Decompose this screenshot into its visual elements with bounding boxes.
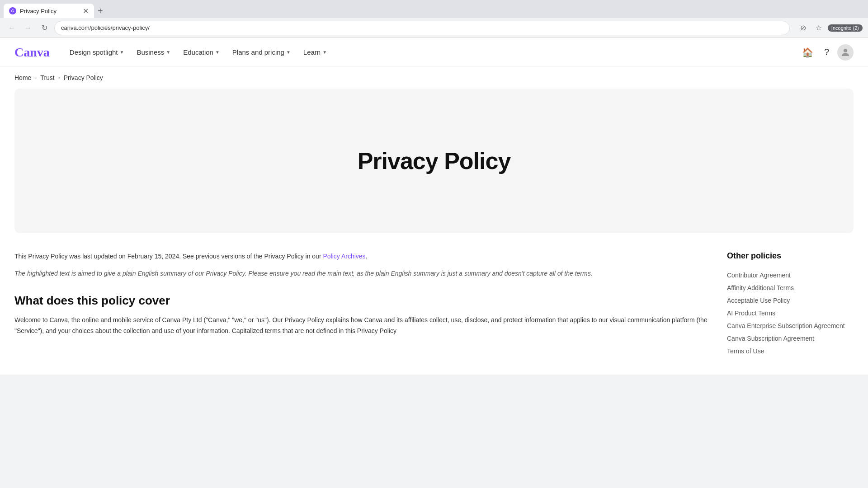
content-area: This Privacy Policy was last updated on … bbox=[0, 233, 868, 375]
reload-button[interactable]: ↻ bbox=[38, 22, 51, 34]
nav-item-learn[interactable]: Learn ▼ bbox=[298, 45, 332, 60]
body-paragraph: Welcome to Canva, the online and mobile … bbox=[14, 315, 709, 337]
notifications-icon[interactable]: 🏠 bbox=[799, 44, 816, 61]
user-avatar[interactable] bbox=[837, 44, 854, 61]
top-nav: Canva Design spotlight ▼ Business ▼ Educ… bbox=[0, 38, 868, 67]
other-policies-sidebar: Other policies Contributor Agreement Aff… bbox=[727, 251, 854, 357]
sidebar-link-contributor[interactable]: Contributor Agreement bbox=[727, 270, 854, 281]
sidebar-link-subscription[interactable]: Canva Subscription Agreement bbox=[727, 333, 854, 344]
address-bar[interactable]: canva.com/policies/privacy-policy/ bbox=[54, 21, 790, 35]
nav-item-plans-label: Plans and pricing bbox=[232, 48, 284, 56]
chevron-down-icon: ▼ bbox=[166, 50, 170, 55]
breadcrumb-current: Privacy Policy bbox=[64, 74, 103, 81]
website-content: Canva Design spotlight ▼ Business ▼ Educ… bbox=[0, 38, 868, 375]
policy-archives-link[interactable]: Policy Archives bbox=[323, 253, 365, 260]
back-button[interactable]: ← bbox=[5, 22, 18, 34]
plain-english-note: The highlighted text is aimed to give a … bbox=[14, 268, 709, 279]
nav-actions: 🏠 ? bbox=[799, 44, 854, 61]
main-content: This Privacy Policy was last updated on … bbox=[14, 251, 709, 357]
nav-item-plans[interactable]: Plans and pricing ▼ bbox=[227, 45, 296, 60]
sidebar-link-acceptable-use[interactable]: Acceptable Use Policy bbox=[727, 295, 854, 306]
browser-action-buttons: ⊘ ☆ Incognito (2) bbox=[797, 22, 863, 34]
svg-point-0 bbox=[844, 49, 847, 52]
sidebar-link-terms[interactable]: Terms of Use bbox=[727, 346, 854, 357]
section-heading: What does this policy cover bbox=[14, 294, 709, 308]
sidebar-link-ai-product[interactable]: AI Product Terms bbox=[727, 308, 854, 319]
breadcrumb-separator: › bbox=[58, 75, 60, 81]
help-icon[interactable]: ? bbox=[821, 44, 832, 60]
tab-title: Privacy Policy bbox=[20, 8, 57, 14]
nav-item-education[interactable]: Education ▼ bbox=[178, 45, 225, 60]
sidebar-link-affinity[interactable]: Affinity Additional Terms bbox=[727, 282, 854, 293]
breadcrumb-separator: › bbox=[35, 75, 37, 81]
chevron-down-icon: ▼ bbox=[120, 50, 124, 55]
bookmark-icon[interactable]: ☆ bbox=[812, 22, 825, 34]
tab-favicon: C bbox=[9, 7, 16, 14]
tab-close-button[interactable]: ✕ bbox=[83, 7, 89, 15]
nav-item-design-spotlight[interactable]: Design spotlight ▼ bbox=[64, 45, 130, 60]
browser-frame: C Privacy Policy ✕ + ← → ↻ canva.com/pol… bbox=[0, 0, 868, 488]
last-updated-text: This Privacy Policy was last updated on … bbox=[14, 251, 709, 261]
chevron-down-icon: ▼ bbox=[286, 50, 291, 55]
nav-items: Design spotlight ▼ Business ▼ Education … bbox=[64, 45, 799, 60]
nav-item-learn-label: Learn bbox=[303, 48, 321, 56]
nav-item-education-label: Education bbox=[183, 48, 213, 56]
sidebar-link-enterprise[interactable]: Canva Enterprise Subscription Agreement bbox=[727, 320, 854, 331]
nav-item-business[interactable]: Business ▼ bbox=[131, 45, 176, 60]
new-tab-button[interactable]: + bbox=[96, 4, 105, 18]
breadcrumb-home[interactable]: Home bbox=[14, 74, 31, 81]
chevron-down-icon: ▼ bbox=[322, 50, 327, 55]
nav-item-business-label: Business bbox=[137, 48, 164, 56]
eye-slash-icon[interactable]: ⊘ bbox=[797, 22, 810, 34]
active-tab[interactable]: C Privacy Policy ✕ bbox=[4, 4, 94, 18]
nav-item-design-spotlight-label: Design spotlight bbox=[70, 48, 118, 56]
canva-logo[interactable]: Canva bbox=[14, 45, 50, 60]
browser-controls: ← → ↻ canva.com/policies/privacy-policy/… bbox=[0, 18, 868, 38]
chevron-down-icon: ▼ bbox=[215, 50, 220, 55]
hero-section: Privacy Policy bbox=[14, 89, 854, 233]
sidebar-heading: Other policies bbox=[727, 251, 854, 261]
browser-tabs-bar: C Privacy Policy ✕ + bbox=[0, 0, 868, 18]
address-text: canva.com/policies/privacy-policy/ bbox=[61, 24, 150, 31]
breadcrumb: Home › Trust › Privacy Policy bbox=[0, 67, 868, 89]
incognito-badge[interactable]: Incognito (2) bbox=[828, 24, 863, 32]
page-title: Privacy Policy bbox=[358, 147, 511, 174]
sidebar-links-list: Contributor Agreement Affinity Additiona… bbox=[727, 270, 854, 357]
forward-button[interactable]: → bbox=[22, 22, 34, 34]
breadcrumb-trust[interactable]: Trust bbox=[40, 74, 54, 81]
